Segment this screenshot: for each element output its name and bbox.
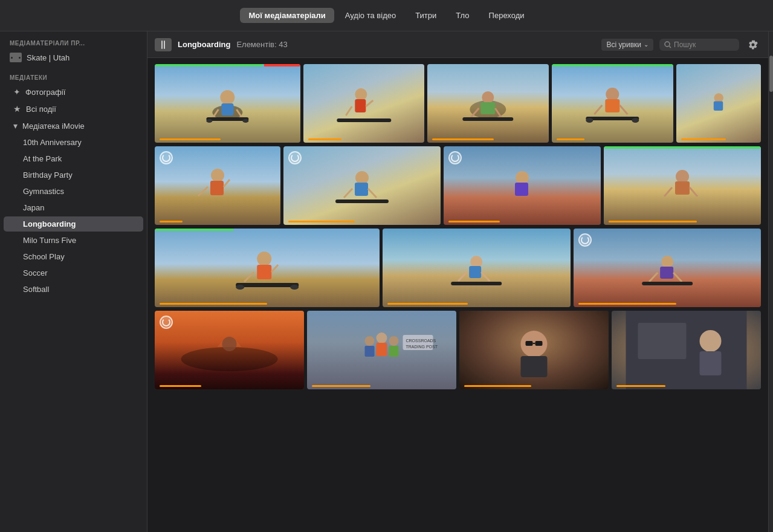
settings-button[interactable] bbox=[745, 37, 761, 53]
clip-thumb[interactable] bbox=[303, 64, 425, 143]
clip-progress-bottom bbox=[160, 138, 296, 140]
scroll-indicator[interactable] bbox=[768, 31, 773, 532]
prog-orange bbox=[160, 303, 267, 305]
tab-background[interactable]: Тло bbox=[447, 8, 477, 23]
clip-thumb[interactable] bbox=[155, 64, 300, 143]
clips-row-2 bbox=[155, 146, 761, 225]
sidebar-item-longboarding[interactable]: Longboarding bbox=[4, 216, 143, 232]
clip-illustration bbox=[676, 64, 761, 143]
sidebar-item-gymnastics[interactable]: Gymnastics bbox=[4, 184, 143, 199]
clip-illustration bbox=[604, 146, 761, 225]
svg-rect-7 bbox=[206, 117, 248, 121]
svg-point-50 bbox=[236, 285, 244, 290]
clip-illustration bbox=[155, 311, 304, 389]
svg-point-45 bbox=[257, 251, 271, 266]
svg-point-26 bbox=[586, 118, 593, 123]
svg-point-27 bbox=[632, 118, 639, 123]
media-section-label: МЕДІАМАТЕРІАЛИ ПР... bbox=[0, 31, 147, 49]
clip-bg bbox=[155, 146, 280, 225]
clip-bg bbox=[676, 64, 761, 143]
tab-titles[interactable]: Титри bbox=[407, 8, 445, 23]
svg-rect-4 bbox=[221, 103, 233, 115]
sidebar-item-milo[interactable]: Milo Turns Five bbox=[4, 233, 143, 248]
svg-point-3 bbox=[220, 90, 234, 105]
prog-spacer bbox=[234, 229, 380, 231]
svg-rect-25 bbox=[586, 117, 639, 120]
clip-thumb[interactable] bbox=[612, 311, 761, 389]
libraries-section-label: МЕДІАТЕКИ bbox=[0, 66, 147, 83]
svg-point-65 bbox=[377, 332, 387, 343]
svg-rect-38 bbox=[335, 199, 389, 203]
svg-line-13 bbox=[366, 100, 373, 106]
scroll-thumb[interactable] bbox=[769, 56, 773, 92]
clip-thumb[interactable] bbox=[427, 64, 549, 143]
clip-thumb[interactable] bbox=[459, 311, 609, 389]
imovie-library-label: Медіатека iMovie bbox=[22, 122, 85, 131]
softball-label: Softball bbox=[23, 285, 49, 294]
svg-rect-46 bbox=[257, 265, 271, 279]
clip-thumb[interactable] bbox=[155, 229, 380, 307]
clip-thumb[interactable] bbox=[283, 146, 441, 225]
tab-audio-video[interactable]: Аудіо та відео bbox=[337, 8, 404, 23]
svg-rect-69 bbox=[389, 346, 399, 357]
clip-progress-top bbox=[552, 64, 673, 66]
sidebar-item-japan[interactable]: Japan bbox=[4, 200, 143, 215]
sidebar-item-soccer[interactable]: Soccer bbox=[4, 265, 143, 281]
clip-thumb[interactable]: CROSSROADS TRADING POST bbox=[307, 311, 456, 389]
clip-thumb[interactable] bbox=[604, 146, 761, 225]
svg-line-48 bbox=[271, 265, 278, 272]
content-area: Longboarding Елементів: 43 Всі уривки ⌄ bbox=[147, 31, 768, 532]
svg-line-12 bbox=[346, 106, 352, 115]
sidebar-item-softball[interactable]: Softball bbox=[4, 282, 143, 297]
content-toolbar: Longboarding Елементів: 43 Всі уривки ⌄ bbox=[147, 31, 768, 58]
sidebar-item-photos[interactable]: ✦ Фотографії bbox=[4, 84, 143, 100]
search-input[interactable] bbox=[674, 41, 734, 49]
clip-thumb[interactable] bbox=[155, 311, 304, 389]
svg-point-9 bbox=[242, 119, 248, 123]
svg-point-0 bbox=[665, 42, 670, 47]
photos-label: Фотографії bbox=[25, 88, 65, 97]
clip-bg bbox=[459, 311, 609, 389]
clip-progress-bottom bbox=[609, 221, 756, 222]
clip-thumb[interactable] bbox=[676, 64, 761, 143]
tab-my-media[interactable]: Мої медіаматеріали bbox=[240, 8, 334, 23]
clip-illustration bbox=[444, 146, 601, 225]
prog-green bbox=[155, 64, 263, 66]
prog-orange bbox=[609, 221, 697, 222]
grid-toggle-button[interactable] bbox=[155, 38, 172, 51]
svg-line-24 bbox=[619, 105, 627, 114]
clip-thumb[interactable] bbox=[383, 229, 570, 307]
clip-thumb[interactable] bbox=[155, 146, 280, 225]
sidebar-item-birthday[interactable]: Birthday Party bbox=[4, 167, 143, 183]
clip-illustration bbox=[155, 229, 380, 307]
svg-rect-29 bbox=[713, 101, 722, 110]
clip-bg bbox=[155, 311, 304, 389]
clip-progress-bottom bbox=[578, 303, 756, 305]
sidebar-item-anniversary[interactable]: 10th Anniversary bbox=[4, 135, 143, 150]
sidebar-item-at-park[interactable]: At the Park bbox=[4, 151, 143, 166]
tab-transitions[interactable]: Переходи bbox=[480, 8, 533, 23]
grid-line-1 bbox=[161, 41, 163, 49]
clip-bg bbox=[155, 229, 380, 307]
sidebar-item-project[interactable]: Skate | Utah bbox=[0, 49, 147, 66]
svg-point-21 bbox=[606, 88, 619, 101]
svg-rect-61 bbox=[642, 282, 693, 285]
clip-thumb[interactable] bbox=[574, 229, 761, 307]
at-park-label: At the Park bbox=[23, 154, 62, 163]
clip-thumb[interactable] bbox=[552, 64, 673, 143]
content-title: Longboarding bbox=[178, 40, 230, 49]
clip-illustration bbox=[155, 64, 300, 143]
sidebar-item-school-play[interactable]: School Play bbox=[4, 249, 143, 264]
svg-rect-68 bbox=[377, 343, 387, 356]
clip-thumb[interactable] bbox=[444, 146, 601, 225]
clip-progress-bottom bbox=[160, 303, 375, 305]
sidebar-item-all-events[interactable]: ★ Всі події bbox=[4, 101, 143, 117]
clips-filter-dropdown[interactable]: Всі уривки ⌄ bbox=[601, 39, 653, 51]
svg-rect-81 bbox=[700, 351, 722, 375]
sidebar-item-imovie-library[interactable]: ▾ Медіатека iMovie bbox=[4, 118, 143, 134]
clip-illustration: CROSSROADS TRADING POST bbox=[307, 311, 456, 389]
prog-orange bbox=[557, 138, 584, 140]
svg-rect-31 bbox=[210, 181, 224, 195]
photos-icon: ✦ bbox=[13, 87, 21, 97]
svg-line-47 bbox=[244, 272, 254, 282]
